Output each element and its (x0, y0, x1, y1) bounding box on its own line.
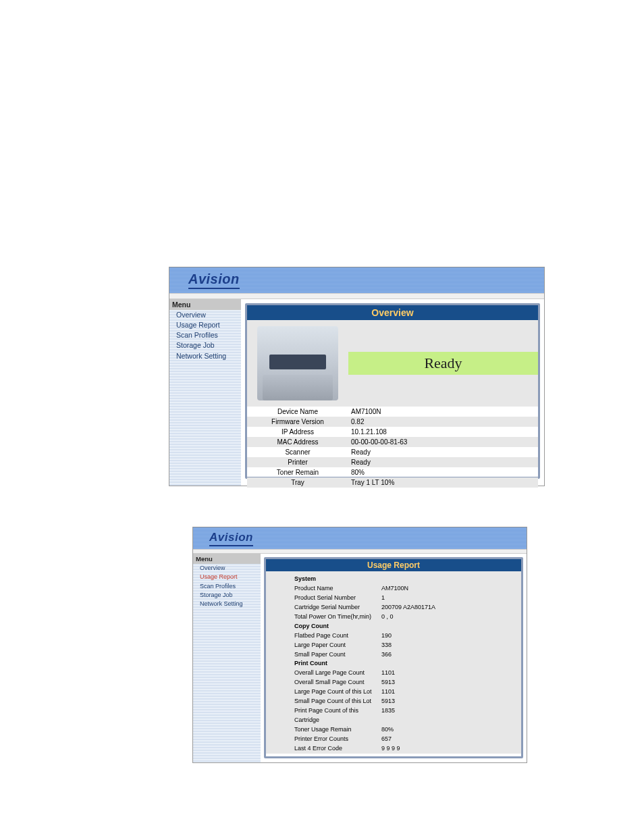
usage-val: 9 9 9 9 (380, 744, 518, 754)
usage-val: 1835 (380, 706, 518, 725)
usage-row: Large Page Count of this Lot1101 (266, 687, 521, 697)
sidebar: Menu Overview Usage Report Scan Profiles… (193, 554, 261, 762)
info-val: Tray 1 LT 10% (348, 477, 538, 488)
usage-row: Overall Large Page Count1101 (266, 669, 521, 678)
usage-val: 1101 (380, 687, 518, 697)
usage-key: Small Paper Count (269, 650, 380, 660)
info-row: Toner Remain80% (247, 467, 538, 477)
usage-key: Cartridge Serial Number (269, 603, 380, 613)
usage-val: 1101 (380, 669, 518, 678)
sidebar-item-network-setting[interactable]: Network Setting (169, 351, 241, 361)
status-ready: Ready (348, 352, 538, 375)
sidebar-item-overview[interactable]: Overview (169, 310, 241, 320)
status-cell: Ready (348, 320, 538, 407)
info-val: 00-00-00-00-81-63 (348, 437, 538, 447)
usage-row: Print Page Count of this Cartridge1835 (266, 706, 521, 725)
usage-row: Product NameAM7100N (266, 584, 521, 594)
usage-key: Print Page Count of this Cartridge (269, 706, 380, 725)
usage-val: 1 (380, 594, 518, 603)
usage-key: Total Power On Time(hr,min) (269, 613, 380, 622)
sidebar: Menu Overview Usage Report Scan Profiles… (169, 299, 241, 486)
info-val: 10.1.21.108 (348, 427, 538, 437)
usage-key: Product Serial Number (269, 594, 380, 603)
info-key: Toner Remain (247, 467, 348, 477)
info-val: Ready (348, 447, 538, 457)
menu-header: Menu (193, 554, 261, 564)
usage-key: Product Name (269, 584, 380, 594)
usage-row: Last 4 Error Code9 9 9 9 (266, 744, 521, 754)
usage-report-screenshot: Avision Menu Overview Usage Report Scan … (192, 527, 527, 763)
printer-image-cell (247, 320, 348, 407)
info-row: MAC Address00-00-00-00-81-63 (247, 437, 538, 447)
info-val: 0.82 (348, 417, 538, 427)
separator (169, 293, 544, 299)
usage-val: 200709 A2A80171A (380, 603, 518, 613)
menu-header: Menu (169, 299, 241, 310)
sidebar-item-scan-profiles[interactable]: Scan Profiles (193, 582, 261, 591)
usage-row: Toner Usage Remain80% (266, 725, 521, 735)
main-area: Overview Ready Device NameAM7100N Firmwa… (241, 299, 544, 486)
usage-row: Overall Small Page Count5913 (266, 678, 521, 687)
sidebar-item-usage-report[interactable]: Usage Report (169, 320, 241, 330)
header-bar: Avision (169, 267, 544, 293)
usage-val: 5913 (380, 678, 518, 687)
info-row: Device NameAM7100N (247, 407, 538, 417)
sidebar-item-storage-job[interactable]: Storage Job (193, 591, 261, 600)
usage-key: Printer Error Counts (269, 735, 380, 744)
usage-row: Small Page Count of this Lot5913 (266, 697, 521, 706)
info-val: Ready (348, 457, 538, 467)
usage-row: Printer Error Counts657 (266, 735, 521, 744)
info-key: IP Address (247, 427, 348, 437)
usage-val: AM7100N (380, 584, 518, 594)
usage-key: Overall Large Page Count (269, 669, 380, 678)
usage-val: 657 (380, 735, 518, 744)
body: Menu Overview Usage Report Scan Profiles… (169, 299, 544, 486)
usage-val: 338 (380, 641, 518, 650)
section-header: Print Count (266, 659, 521, 669)
info-key: MAC Address (247, 437, 348, 447)
usage-row: Large Paper Count338 (266, 641, 521, 650)
usage-row: Total Power On Time(hr,min)0 , 0 (266, 613, 521, 622)
brand-logo: Avision (188, 271, 240, 289)
sidebar-item-storage-job[interactable]: Storage Job (169, 340, 241, 350)
sidebar-item-scan-profiles[interactable]: Scan Profiles (169, 330, 241, 340)
overview-top: Ready (247, 320, 538, 407)
info-key: Device Name (247, 407, 348, 417)
usage-row: Flatbed Page Count190 (266, 631, 521, 641)
section-header: Copy Count (266, 622, 521, 631)
sidebar-item-usage-report[interactable]: Usage Report (193, 573, 261, 581)
usage-key: Toner Usage Remain (269, 725, 380, 735)
panel-title: Overview (247, 305, 538, 320)
info-key: Printer (247, 457, 348, 467)
usage-panel: Usage Report System Product NameAM7100N … (264, 557, 523, 758)
info-key: Scanner (247, 447, 348, 457)
usage-val: 190 (380, 631, 518, 641)
info-val: 80% (348, 467, 538, 477)
sidebar-item-network-setting[interactable]: Network Setting (193, 600, 261, 608)
info-row: IP Address10.1.21.108 (247, 427, 538, 437)
sidebar-item-overview[interactable]: Overview (193, 564, 261, 573)
usage-key: Large Page Count of this Lot (269, 687, 380, 697)
info-row: TrayTray 1 LT 10% (247, 477, 538, 488)
usage-row: Cartridge Serial Number200709 A2A80171A (266, 603, 521, 613)
overview-panel: Overview Ready Device NameAM7100N Firmwa… (245, 303, 540, 479)
usage-val: 366 (380, 650, 518, 660)
section-header: System (266, 573, 521, 584)
info-key: Tray (247, 477, 348, 488)
separator (193, 549, 527, 554)
usage-val: 0 , 0 (380, 613, 518, 622)
panel-title: Usage Report (266, 559, 521, 571)
usage-key: Last 4 Error Code (269, 744, 380, 754)
main-area: Usage Report System Product NameAM7100N … (261, 554, 527, 762)
info-key: Firmware Version (247, 417, 348, 427)
info-row: PrinterReady (247, 457, 538, 467)
usage-key: Overall Small Page Count (269, 678, 380, 687)
usage-table: System Product NameAM7100N Product Seria… (266, 571, 521, 754)
info-row: Firmware Version0.82 (247, 417, 538, 427)
header-bar: Avision (193, 527, 527, 549)
usage-row: Product Serial Number1 (266, 594, 521, 603)
usage-key: Flatbed Page Count (269, 631, 380, 641)
brand-logo: Avision (209, 531, 253, 546)
usage-val: 80% (380, 725, 518, 735)
usage-row: Small Paper Count366 (266, 650, 521, 660)
